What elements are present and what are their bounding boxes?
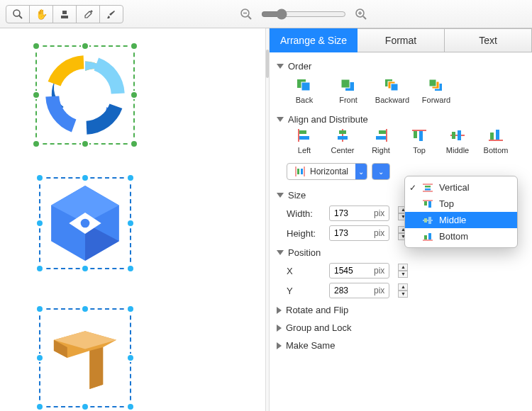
svg-rect-59 [424,235,427,240]
dropdown-item-vertical[interactable]: Vertical [405,179,517,196]
svg-line-4 [248,16,251,19]
section-rotate-label: Rotate and Flip [286,305,348,315]
stamp-tool-button[interactable] [52,5,77,23]
distribute-vertical-icon [422,183,433,193]
height-input[interactable] [330,228,374,238]
svg-rect-34 [376,136,386,140]
tab-text[interactable]: Text [445,28,532,52]
align-center-button[interactable]: Center [325,128,360,154]
selected-object-2[interactable] [39,177,131,269]
svg-rect-25 [429,79,436,86]
align-bottom-button[interactable]: Bottom [478,128,514,154]
height-field[interactable]: pix [329,225,389,241]
disclosure-triangle-icon [277,64,284,69]
top-toolbar: ✋ [0,0,532,28]
order-front-button[interactable]: Front [331,77,366,104]
hand-tool-button[interactable]: ✋ [29,5,53,23]
svg-rect-36 [414,131,417,138]
canvas[interactable] [0,28,265,411]
disclosure-triangle-icon [277,342,282,349]
dropdown-item-middle[interactable]: Middle [405,212,517,228]
section-align[interactable]: Align and Distribute [277,110,525,128]
section-rotate[interactable]: Rotate and Flip [277,300,525,318]
svg-line-1 [19,16,22,18]
section-group-label: Group and Lock [286,322,352,333]
section-group[interactable]: Group and Lock [277,318,525,336]
x-label: X [287,266,323,276]
align-bottom-icon [487,128,505,143]
svg-rect-30 [339,130,346,134]
align-buttons: Left Center Right Top Middle Bottom [277,128,525,160]
width-field[interactable]: pix [329,206,389,221]
svg-rect-40 [458,130,461,140]
eyedropper-tool-button[interactable] [76,5,100,23]
tool-group-main: ✋ [6,5,123,23]
x-stepper[interactable]: ▲▼ [398,264,408,278]
zoom-out-button[interactable] [237,5,255,23]
align-right-icon [372,128,390,143]
distribute-horizontal-icon [294,167,306,176]
zoom-in-button[interactable] [352,5,370,23]
brush-tool-button[interactable] [99,5,123,23]
distribute-vertical-select[interactable]: ⌄ [372,163,390,180]
hand-icon: ✋ [35,9,48,20]
step-up-icon[interactable]: ▲ [398,283,408,291]
order-forward-button[interactable]: Forward [419,77,454,104]
svg-rect-43 [496,130,499,140]
step-up-icon[interactable]: ▲ [398,264,408,271]
svg-rect-51 [425,188,431,191]
disclosure-triangle-icon [277,117,284,122]
x-field[interactable]: pix [329,263,389,278]
zoom-out-icon [240,8,253,21]
y-field[interactable]: pix [329,283,389,298]
svg-rect-39 [452,132,455,139]
zoom-tool-button[interactable] [6,5,30,23]
dropdown-item-top[interactable]: Top [405,196,517,212]
y-label: Y [287,286,323,296]
align-left-button[interactable]: Left [287,128,322,154]
width-input[interactable] [330,208,374,218]
svg-rect-22 [391,84,398,91]
order-back-button[interactable]: Back [287,77,322,104]
align-middle-icon [448,128,467,143]
align-top-icon [410,128,428,143]
align-middle-button[interactable]: Middle [440,128,475,154]
svg-rect-19 [341,79,350,88]
eyedropper-icon [83,9,93,19]
svg-rect-54 [428,201,431,208]
divider-handle-icon [266,50,269,78]
svg-rect-46 [297,169,299,174]
svg-point-15 [81,219,90,228]
svg-rect-50 [425,186,431,188]
section-order-label: Order [288,61,311,72]
selected-object-1[interactable] [35,45,135,145]
disclosure-triangle-icon [277,325,282,332]
distribute-vertical-dropdown: Vertical Top Middle Bottom [404,176,518,248]
order-buttons: Back Front Backward Forward [277,74,525,110]
svg-rect-27 [299,130,306,134]
selected-object-3[interactable] [39,308,131,407]
y-input[interactable] [330,286,374,295]
section-makesame[interactable]: Make Same [277,336,525,354]
zoom-slider[interactable] [261,9,346,20]
svg-rect-47 [301,169,303,174]
svg-point-0 [13,10,20,16]
section-align-label: Align and Distribute [288,114,368,125]
step-down-icon[interactable]: ▼ [398,271,408,278]
align-top-button[interactable]: Top [401,128,437,154]
send-to-back-icon [295,77,314,93]
x-input[interactable] [330,266,374,276]
section-order[interactable]: Order [277,57,525,74]
order-backward-button[interactable]: Backward [375,77,410,104]
step-down-icon[interactable]: ▼ [398,291,408,298]
tab-format[interactable]: Format [358,28,445,52]
align-right-button[interactable]: Right [363,128,399,154]
svg-rect-53 [424,201,427,206]
dropdown-item-bottom[interactable]: Bottom [405,228,517,244]
zoom-controls [237,5,370,23]
section-size-label: Size [288,190,306,201]
svg-rect-17 [301,82,310,91]
distribute-horizontal-select[interactable]: Horizontal ⌄ [287,163,367,180]
tab-arrange-size[interactable]: Arrange & Size [270,28,358,52]
y-stepper[interactable]: ▲▼ [398,283,408,298]
